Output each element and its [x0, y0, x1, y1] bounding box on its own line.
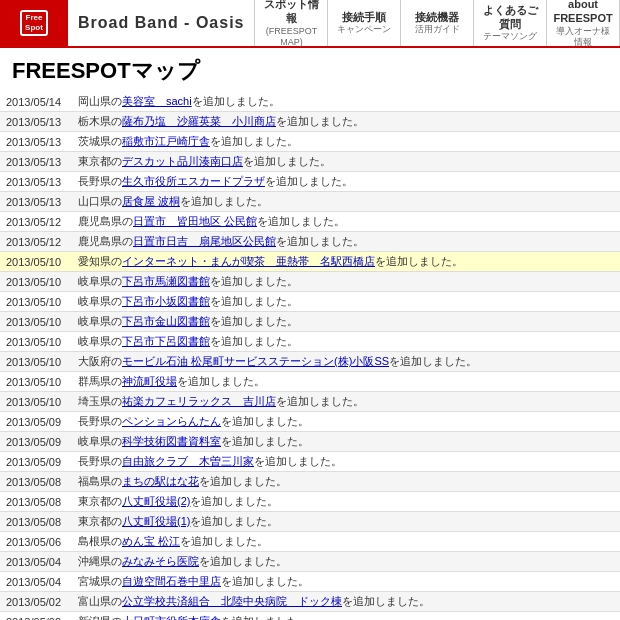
logo-area: FreeSpot: [0, 0, 68, 46]
main-table: 2013/05/14岡山県の美容室 sachiを追加しました。2013/05/1…: [0, 92, 620, 620]
spot-link[interactable]: 科学技術図書資料室: [122, 435, 221, 447]
date-cell: 2013/05/06: [0, 532, 72, 552]
date-cell: 2013/05/10: [0, 272, 72, 292]
spot-link[interactable]: 自遊空間石巻中里店: [122, 575, 221, 587]
date-cell: 2013/05/13: [0, 112, 72, 132]
table-row: 2013/05/13東京都のデスカット品川湊南口店を追加しました。: [0, 152, 620, 172]
spot-link[interactable]: 公立学校共済組合 北陸中央病院 ドック棟: [122, 595, 342, 607]
table-row: 2013/05/08福島県のまちの駅はな花を追加しました。: [0, 472, 620, 492]
table-row: 2013/05/04沖縄県のみなみそら医院を追加しました。: [0, 552, 620, 572]
content-cell: 岐阜県の下呂市下呂図書館を追加しました。: [72, 332, 620, 352]
spot-link[interactable]: 八丈町役場(2): [122, 495, 190, 507]
date-cell: 2013/05/13: [0, 172, 72, 192]
content-cell: 東京都の八丈町役場(1)を追加しました。: [72, 512, 620, 532]
nav-connect[interactable]: 接続手順キャンペーン: [328, 0, 401, 46]
spot-link[interactable]: 稲敷市江戸崎庁舎: [122, 135, 210, 147]
table-row: 2013/05/10岐阜県の下呂市下呂図書館を追加しました。: [0, 332, 620, 352]
table-row: 2013/05/09岐阜県の科学技術図書資料室を追加しました。: [0, 432, 620, 452]
spot-link[interactable]: 薩布乃塩 沙羅英菜 小川商店: [122, 115, 276, 127]
table-row: 2013/05/13茨城県の稲敷市江戸崎庁舎を追加しました。: [0, 132, 620, 152]
table-row: 2013/05/08東京都の八丈町役場(1)を追加しました。: [0, 512, 620, 532]
spot-link[interactable]: 自由旅クラブ 木曽三川家: [122, 455, 254, 467]
spot-link[interactable]: 十日町市役所本庁舎: [122, 615, 221, 620]
nav-about[interactable]: about FREESPOT導入オーナ様情報: [547, 0, 620, 46]
date-cell: 2013/05/08: [0, 512, 72, 532]
spot-link[interactable]: まちの駅はな花: [122, 475, 199, 487]
spot-link[interactable]: みなみそら医院: [122, 555, 199, 567]
content-cell: 鹿児島県の日置市 皆田地区 公民館を追加しました。: [72, 212, 620, 232]
spot-link[interactable]: 下呂市下呂図書館: [122, 335, 210, 347]
table-row: 2013/05/10愛知県のインターネット・まんが喫茶 亜熱帯 名駅西橋店を追加…: [0, 252, 620, 272]
table-row: 2013/05/13長野県の生久市役所エスカードプラザを追加しました。: [0, 172, 620, 192]
nav-about-sub-label: 導入オーナ様情報: [553, 26, 613, 49]
content-cell: 岡山県の美容室 sachiを追加しました。: [72, 92, 620, 112]
table-row: 2013/05/02新潟県の十日町市役所本庁舎を追加しました。: [0, 612, 620, 621]
table-row: 2013/05/10群馬県の神流町役場を追加しました。: [0, 372, 620, 392]
table-row: 2013/05/14岡山県の美容室 sachiを追加しました。: [0, 92, 620, 112]
header: FreeSpot Broad Band - Oasis スポット情報(FREES…: [0, 0, 620, 48]
date-cell: 2013/05/09: [0, 452, 72, 472]
content-cell: 新潟県の十日町市役所本庁舎を追加しました。: [72, 612, 620, 621]
table-row: 2013/05/06島根県のめん宝 松江を追加しました。: [0, 532, 620, 552]
nav-faq[interactable]: よくあるご質問テーマソング: [474, 0, 547, 46]
content-cell: 大阪府のモービル石油 松尾町サービスステーション(株)小阪SSを追加しました。: [72, 352, 620, 372]
nav-device[interactable]: 接続機器活用ガイド: [401, 0, 474, 46]
date-cell: 2013/05/04: [0, 552, 72, 572]
table-row: 2013/05/09長野県のペンションらんたんを追加しました。: [0, 412, 620, 432]
nav-area: スポット情報(FREESPOT MAP)接続手順キャンペーン接続機器活用ガイドよ…: [255, 0, 620, 46]
table-row: 2013/05/10岐阜県の下呂市馬瀬図書館を追加しました。: [0, 272, 620, 292]
page-title: FREESPOTマップ: [0, 48, 620, 90]
table-row: 2013/05/08東京都の八丈町役場(2)を追加しました。: [0, 492, 620, 512]
spot-link[interactable]: 下呂市馬瀬図書館: [122, 275, 210, 287]
date-cell: 2013/05/13: [0, 132, 72, 152]
logo-badge: FreeSpot: [20, 10, 48, 35]
table-row: 2013/05/10岐阜県の下呂市金山図書館を追加しました。: [0, 312, 620, 332]
logo-icon: FreeSpot: [25, 13, 43, 32]
table-row: 2013/05/10岐阜県の下呂市小坂図書館を追加しました。: [0, 292, 620, 312]
spot-link[interactable]: 美容室 sachi: [122, 95, 192, 107]
table-row: 2013/05/02富山県の公立学校共済組合 北陸中央病院 ドック棟を追加しまし…: [0, 592, 620, 612]
content-cell: 東京都の八丈町役場(2)を追加しました。: [72, 492, 620, 512]
date-cell: 2013/05/10: [0, 352, 72, 372]
spot-link[interactable]: 日置市日吉 扇尾地区公民館: [133, 235, 276, 247]
spot-link[interactable]: 祐楽カフェリラックス 吉川店: [122, 395, 276, 407]
content-cell: 山口県の居食屋 波桐を追加しました。: [72, 192, 620, 212]
spot-link[interactable]: ペンションらんたん: [122, 415, 221, 427]
nav-device-sub-label: 活用ガイド: [415, 24, 460, 36]
table-row: 2013/05/10大阪府のモービル石油 松尾町サービスステーション(株)小阪S…: [0, 352, 620, 372]
date-cell: 2013/05/12: [0, 232, 72, 252]
content-cell: 岐阜県の下呂市金山図書館を追加しました。: [72, 312, 620, 332]
nav-spot[interactable]: スポット情報(FREESPOT MAP): [255, 0, 328, 46]
nav-about-main-label: about FREESPOT: [553, 0, 613, 26]
content-cell: 東京都のデスカット品川湊南口店を追加しました。: [72, 152, 620, 172]
content-cell: 岐阜県の下呂市馬瀬図書館を追加しました。: [72, 272, 620, 292]
spot-link[interactable]: 神流町役場: [122, 375, 177, 387]
content-cell: 富山県の公立学校共済組合 北陸中央病院 ドック棟を追加しました。: [72, 592, 620, 612]
content-cell: 福島県のまちの駅はな花を追加しました。: [72, 472, 620, 492]
date-cell: 2013/05/12: [0, 212, 72, 232]
spot-link[interactable]: 下呂市小坂図書館: [122, 295, 210, 307]
spot-link[interactable]: 居食屋 波桐: [122, 195, 180, 207]
date-cell: 2013/05/10: [0, 372, 72, 392]
content-cell: 岐阜県の科学技術図書資料室を追加しました。: [72, 432, 620, 452]
table-row: 2013/05/12鹿児島県の日置市 皆田地区 公民館を追加しました。: [0, 212, 620, 232]
spot-link[interactable]: めん宝 松江: [122, 535, 180, 547]
content-cell: 茨城県の稲敷市江戸崎庁舎を追加しました。: [72, 132, 620, 152]
content-cell: 長野県のペンションらんたんを追加しました。: [72, 412, 620, 432]
spot-link[interactable]: インターネット・まんが喫茶 亜熱帯 名駅西橋店: [122, 255, 375, 267]
date-cell: 2013/05/10: [0, 252, 72, 272]
spot-link[interactable]: モービル石油 松尾町サービスステーション(株)小阪SS: [122, 355, 389, 367]
spot-link[interactable]: デスカット品川湊南口店: [122, 155, 243, 167]
content-cell: 愛知県のインターネット・まんが喫茶 亜熱帯 名駅西橋店を追加しました。: [72, 252, 620, 272]
spot-link[interactable]: 生久市役所エスカードプラザ: [122, 175, 265, 187]
content-cell: 鹿児島県の日置市日吉 扇尾地区公民館を追加しました。: [72, 232, 620, 252]
date-cell: 2013/05/08: [0, 472, 72, 492]
content-cell: 群馬県の神流町役場を追加しました。: [72, 372, 620, 392]
content-cell: 埼玉県の祐楽カフェリラックス 吉川店を追加しました。: [72, 392, 620, 412]
spot-link[interactable]: 八丈町役場(1): [122, 515, 190, 527]
date-cell: 2013/05/10: [0, 312, 72, 332]
nav-spot-main-label: スポット情報: [261, 0, 321, 26]
nav-faq-main-label: よくあるご質問: [480, 3, 540, 32]
spot-link[interactable]: 下呂市金山図書館: [122, 315, 210, 327]
spot-link[interactable]: 日置市 皆田地区 公民館: [133, 215, 257, 227]
